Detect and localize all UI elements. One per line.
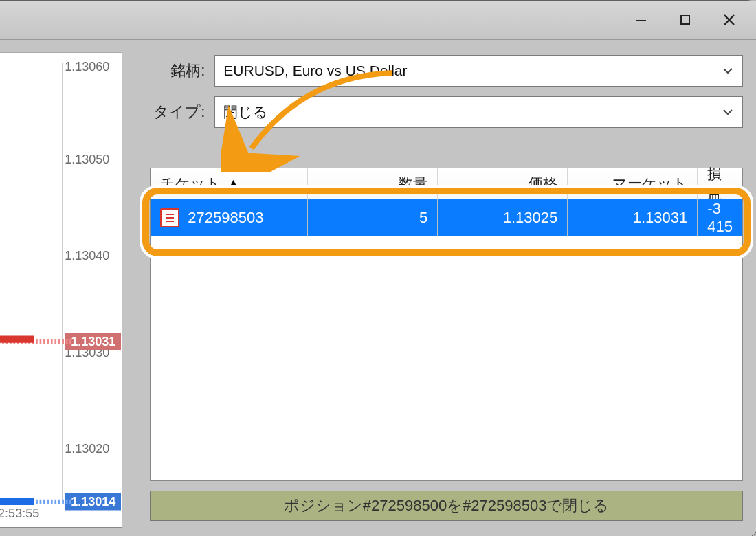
table-row[interactable]: 272598503 5 1.13025 1.13031 -3 415 xyxy=(151,199,742,236)
chevron-down-icon xyxy=(722,65,734,77)
cell-pl: -3 415 xyxy=(707,200,733,236)
position-icon xyxy=(160,208,179,227)
chart-plot xyxy=(0,63,62,502)
table-header-row: チケット ▲ 数量 価格 マーケット 損益 xyxy=(151,168,742,199)
chart-panel: 1.13060 1.13050 1.13040 1.13030 1.13020 … xyxy=(0,40,122,536)
y-tick: 1.13040 xyxy=(65,249,118,263)
y-tick: 1.13060 xyxy=(65,60,118,74)
cell-volume: 5 xyxy=(419,209,427,227)
cell-price: 1.13025 xyxy=(503,209,558,227)
y-tick: 1.13020 xyxy=(65,442,118,456)
type-select[interactable]: 閉じる xyxy=(214,96,743,128)
col-price[interactable]: 価格 xyxy=(438,168,568,199)
symbol-value: EURUSD, Euro vs US Dollar xyxy=(223,63,407,79)
bid-price-badge: 1.13014 xyxy=(65,493,121,511)
close-position-button[interactable]: ポジション#272598500を#272598503で閉じる xyxy=(150,491,743,521)
ask-price-badge: 1.13031 xyxy=(65,333,121,350)
titlebar: 045 xyxy=(0,1,756,40)
close-button[interactable] xyxy=(707,5,751,34)
symbol-select[interactable]: EURUSD, Euro vs US Dollar xyxy=(214,55,743,87)
type-value: 閉じる xyxy=(223,102,268,122)
maximize-button[interactable] xyxy=(663,5,707,34)
order-window: 045 1.13060 1.130 xyxy=(0,0,756,536)
price-chart[interactable]: 1.13060 1.13050 1.13040 1.13030 1.13020 … xyxy=(0,52,122,528)
minimize-icon xyxy=(635,14,647,26)
sort-asc-icon: ▲ xyxy=(226,175,241,192)
col-pl[interactable]: 損益 xyxy=(698,168,742,199)
minimize-button[interactable] xyxy=(619,5,663,34)
form-panel: 銘柄: EURUSD, Euro vs US Dollar タイプ: 閉じる xyxy=(122,40,756,536)
close-icon xyxy=(722,13,736,27)
svg-rect-0 xyxy=(636,20,646,21)
svg-rect-1 xyxy=(681,16,689,24)
col-ticket[interactable]: チケット ▲ xyxy=(151,168,308,199)
symbol-label: 銘柄: xyxy=(150,60,205,81)
col-volume[interactable]: 数量 xyxy=(308,168,438,199)
type-label: タイプ: xyxy=(150,102,205,122)
cell-market: 1.13031 xyxy=(633,209,688,227)
chevron-down-icon xyxy=(722,106,734,118)
col-market[interactable]: マーケット xyxy=(568,168,698,199)
x-tick: 02:53:55 xyxy=(0,506,39,521)
cell-ticket: 272598503 xyxy=(188,209,263,227)
positions-table: チケット ▲ 数量 価格 マーケット 損益 272598503 5 xyxy=(150,168,743,481)
maximize-icon xyxy=(679,14,691,26)
y-tick: 1.13050 xyxy=(65,153,118,166)
